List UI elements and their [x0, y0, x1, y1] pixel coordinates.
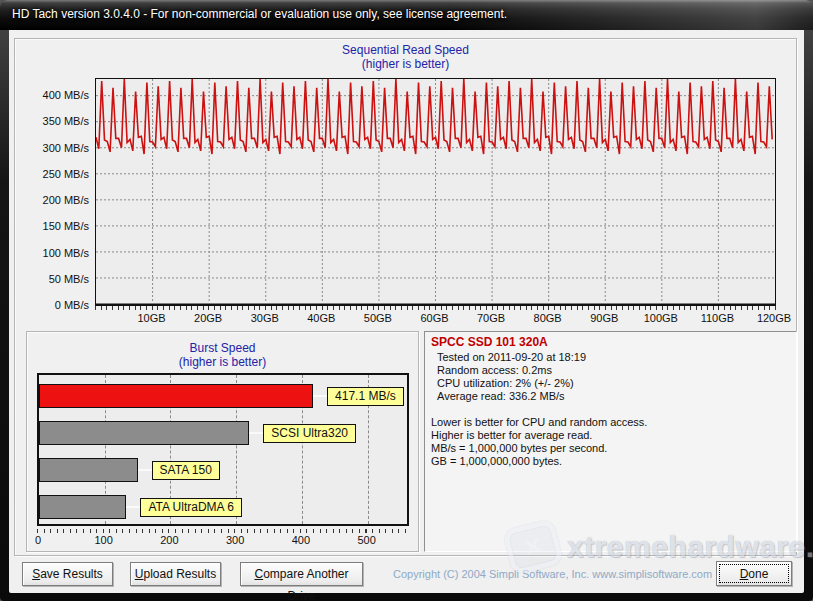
burst-x-tick-label: 0 [18, 534, 58, 546]
burst-x-tick-label: 100 [84, 534, 124, 546]
sequential-chart-subtitle: (higher is better) [14, 57, 797, 71]
burst-x-axis-ticks [37, 529, 409, 533]
info-spacer [431, 403, 790, 416]
window-title: HD Tach version 3.0.4.0 - For non-commer… [12, 7, 507, 21]
note-mbs-definition: MB/s = 1,000,000 bytes per second. [431, 442, 790, 455]
burst-bar-row: 417.1 MB/s [39, 384, 404, 408]
bar-label-connector [249, 432, 263, 434]
burst-bar-label: SCSI Ultra320 [263, 424, 356, 443]
sequential-plot-svg [95, 78, 776, 306]
burst-x-tick-label: 500 [347, 534, 387, 546]
burst-x-tick-label: 300 [215, 534, 255, 546]
burst-bar-label: SATA 150 [152, 461, 220, 480]
average-read-line: Average read: 336.2 MB/s [431, 390, 790, 403]
note-lower-better: Lower is better for CPU and random acces… [431, 416, 790, 429]
burst-x-axis-labels: 0100200300400500 [27, 534, 418, 548]
random-access-line: Random access: 0.2ms [431, 364, 790, 377]
compare-another-drive-button[interactable]: Compare Another Drive [240, 562, 363, 586]
burst-speed-plot: 417.1 MB/sSCSI Ultra320SATA 150ATA Ultra… [37, 373, 409, 526]
burst-bar-row: ATA UltraDMA 6 [39, 495, 242, 519]
client-area: Sequential Read Speed (higher is better)… [9, 30, 804, 593]
burst-bar [39, 384, 313, 408]
sequential-read-plot [95, 78, 776, 306]
burst-bar [39, 495, 126, 519]
hdtach-window: HD Tach version 3.0.4.0 - For non-commer… [0, 0, 813, 601]
burst-x-tick-label: 200 [149, 534, 189, 546]
burst-plot-inner: 417.1 MB/sSCSI Ultra320SATA 150ATA Ultra… [39, 375, 407, 524]
bar-label-connector [126, 506, 140, 508]
burst-bar [39, 458, 138, 482]
burst-x-tick-label: 400 [281, 534, 321, 546]
bar-label-connector [138, 469, 152, 471]
burst-bar [39, 421, 249, 445]
sequential-chart-title: Sequential Read Speed [14, 43, 797, 57]
burst-chart-title: Burst Speed [27, 341, 418, 355]
cpu-utilization-line: CPU utilization: 2% (+/- 2%) [431, 377, 790, 390]
note-gb-definition: GB = 1,000,000,000 bytes. [431, 455, 790, 468]
burst-bar-row: SATA 150 [39, 458, 220, 482]
drive-name: SPCC SSD 101 320A [431, 335, 790, 349]
upload-results-button[interactable]: Upload Results [130, 562, 221, 586]
done-button[interactable]: Done [716, 561, 792, 586]
copyright-text: Copyright (C) 2004 Simpli Software, Inc.… [393, 568, 712, 580]
save-results-button[interactable]: Save Results [22, 562, 113, 586]
drive-info-panel: SPCC SSD 101 320A Tested on 2011-09-20 a… [424, 331, 797, 552]
sequential-x-axis-ticks [95, 306, 776, 310]
read-speed-line [96, 79, 772, 154]
burst-speed-panel: Burst Speed (higher is better) 417.1 MB/… [26, 331, 419, 552]
bar-label-connector [313, 395, 327, 397]
burst-bar-label: ATA UltraDMA 6 [140, 498, 242, 517]
burst-bar-label: 417.1 MB/s [327, 387, 404, 406]
burst-chart-subtitle: (higher is better) [27, 355, 418, 369]
tested-on-line: Tested on 2011-09-20 at 18:19 [431, 351, 790, 364]
note-higher-better: Higher is better for average read. [431, 429, 790, 442]
title-bar[interactable]: HD Tach version 3.0.4.0 - For non-commer… [0, 0, 813, 30]
burst-bar-row: SCSI Ultra320 [39, 421, 356, 445]
